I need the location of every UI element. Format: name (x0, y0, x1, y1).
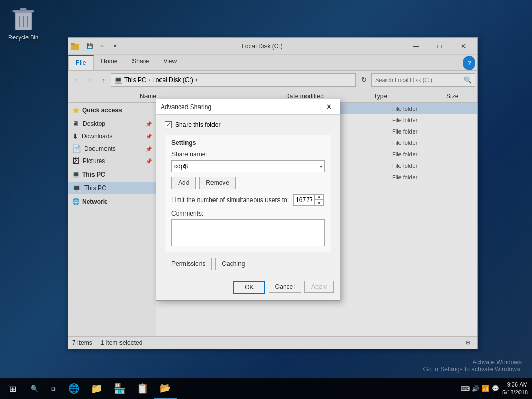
select-arrow-icon: ▾ (320, 164, 322, 169)
share-folder-row: ✓ Share this folder (165, 121, 331, 128)
dialog-title: Advanced Sharing (161, 103, 322, 111)
remove-button[interactable]: Remove (199, 177, 236, 189)
spin-down-button[interactable]: ▼ (315, 200, 323, 206)
desktop: Recycle Bin Activate Windows Go to Setti… (0, 0, 532, 399)
apply-button[interactable]: Apply (304, 281, 334, 293)
add-remove-row: Add Remove (171, 177, 325, 189)
limit-label: Limit the number of simultaneous users t… (171, 196, 289, 204)
permissions-button[interactable]: Permissions (165, 258, 212, 270)
comments-label: Comments: (171, 210, 325, 217)
share-name-input-row: cdp$ ▾ (171, 160, 325, 172)
settings-label: Settings (171, 139, 325, 147)
share-folder-checkbox[interactable]: ✓ (165, 121, 172, 128)
dialog-overlay: Advanced Sharing ✕ ✓ Share this folder S… (0, 0, 532, 399)
user-limit-spinner[interactable]: 16777 ▲ ▼ (293, 194, 324, 206)
caching-button[interactable]: Caching (215, 258, 251, 270)
share-name-select[interactable]: cdp$ ▾ (171, 160, 325, 172)
share-name-value: cdp$ (174, 163, 188, 170)
settings-group: Settings Share name: cdp$ ▾ Add (165, 135, 331, 252)
share-name-field: Share name: cdp$ ▾ (171, 151, 325, 172)
ok-button[interactable]: OK (233, 281, 265, 294)
spin-up-button[interactable]: ▲ (315, 194, 323, 200)
dialog-body: ✓ Share this folder Settings Share name:… (156, 115, 340, 276)
add-button[interactable]: Add (171, 177, 196, 189)
dialog-close-button[interactable]: ✕ (322, 101, 336, 113)
dialog-title-bar: Advanced Sharing ✕ (156, 99, 340, 115)
advanced-sharing-dialog: Advanced Sharing ✕ ✓ Share this folder S… (156, 99, 340, 301)
dialog-bottom-buttons: OK Cancel Apply (156, 276, 340, 300)
share-folder-label: Share this folder (175, 121, 220, 128)
comments-textarea[interactable] (171, 219, 325, 246)
cancel-button[interactable]: Cancel (269, 281, 301, 293)
spinner-buttons: ▲ ▼ (314, 194, 323, 206)
user-limit-input[interactable]: 16777 (294, 195, 314, 205)
perm-cache-row: Permissions Caching (165, 258, 331, 270)
limit-users-row: Limit the number of simultaneous users t… (171, 194, 325, 206)
share-name-label: Share name: (171, 151, 325, 158)
